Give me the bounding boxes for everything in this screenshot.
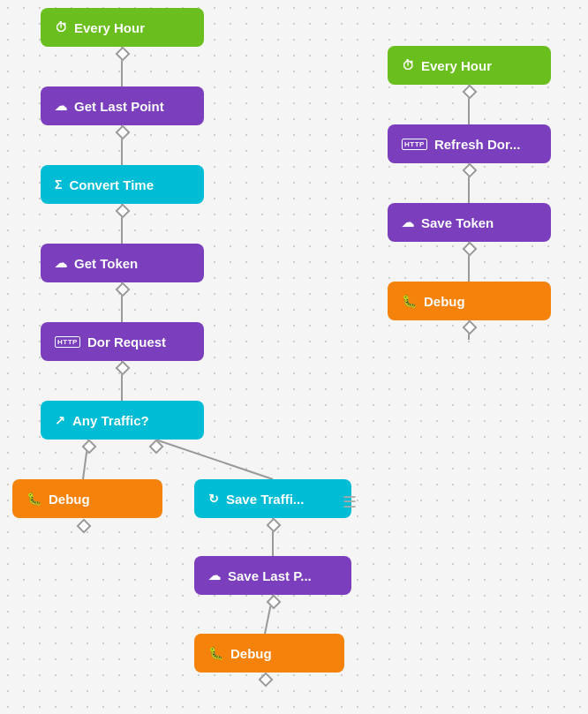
bug-icon-3: 🐛 [402,294,417,308]
every-hour-1-node[interactable]: ⏱ Every Hour [41,8,204,47]
svg-line-6 [155,440,273,479]
save-token-label: Save Token [421,215,494,230]
connector-diamond-4 [116,282,131,297]
debug-3-label: Debug [424,294,465,309]
connector-diamond-7 [77,519,92,534]
clock-icon-1: ⏱ [55,20,67,34]
cloud-up-icon-3: ☁ [208,568,221,582]
every-hour-1-label: Every Hour [74,20,145,35]
connector-diamond-r3 [463,242,478,257]
every-hour-2-label: Every Hour [421,58,492,73]
debug-1-node[interactable]: 🐛 Debug [12,479,162,518]
save-token-node[interactable]: ☁ Save Token [388,203,551,242]
refresh-dor-node[interactable]: HTTP Refresh Dor... [388,124,551,163]
connector-diamond-6b [149,440,164,455]
pagination-icon: ☰ [343,492,357,512]
dor-request-node[interactable]: HTTP Dor Request [41,322,204,361]
connector-diamond-3 [116,204,131,219]
cloud-up-icon-2: ☁ [55,256,67,270]
convert-time-node[interactable]: Σ Convert Time [41,165,204,204]
convert-time-label: Convert Time [69,177,154,192]
branch-icon: ↗ [55,413,65,427]
save-last-p-node[interactable]: ☁ Save Last P... [194,556,351,595]
sigma-icon: Σ [55,177,62,192]
get-last-point-label: Get Last Point [74,99,164,114]
debug-2-node[interactable]: 🐛 Debug [194,634,344,673]
bug-icon-2: 🐛 [208,646,223,660]
get-last-point-node[interactable]: ☁ Get Last Point [41,86,204,125]
clock-icon-2: ⏱ [402,58,414,72]
get-token-node[interactable]: ☁ Get Token [41,244,204,282]
save-traffic-node[interactable]: ↻ Save Traffi... [194,479,351,518]
debug-2-label: Debug [230,646,272,661]
connector-diamond-r1 [463,85,478,100]
cloud-up-icon-4: ☁ [402,215,414,229]
connector-diamond-r2 [463,163,478,178]
connector-diamond-6a [82,440,97,455]
refresh-dor-label: Refresh Dor... [434,137,521,152]
bug-icon-1: 🐛 [26,492,41,506]
any-traffic-node[interactable]: ↗ Any Traffic? [41,401,204,440]
dor-request-label: Dor Request [87,334,166,349]
cloud-up-icon-1: ☁ [55,99,67,113]
every-hour-2-node[interactable]: ⏱ Every Hour [388,46,551,85]
connector-diamond-1 [116,47,131,62]
debug-1-label: Debug [49,492,90,507]
debug-3-node[interactable]: 🐛 Debug [388,282,551,320]
any-traffic-label: Any Traffic? [72,413,149,428]
save-traffic-label: Save Traffi... [226,492,304,507]
connector-diamond-9 [267,595,282,610]
connector-diamond-5 [116,361,131,376]
get-token-label: Get Token [74,256,138,271]
save-last-p-label: Save Last P... [228,568,312,583]
connector-diamond-8 [267,518,282,533]
http-badge-2: HTTP [402,139,427,150]
connector-diamond-r4 [463,320,478,335]
connector-diamond-10 [259,673,274,688]
connector-diamond-2 [116,125,131,140]
http-badge-1: HTTP [55,336,80,348]
refresh-icon-1: ↻ [208,492,219,506]
